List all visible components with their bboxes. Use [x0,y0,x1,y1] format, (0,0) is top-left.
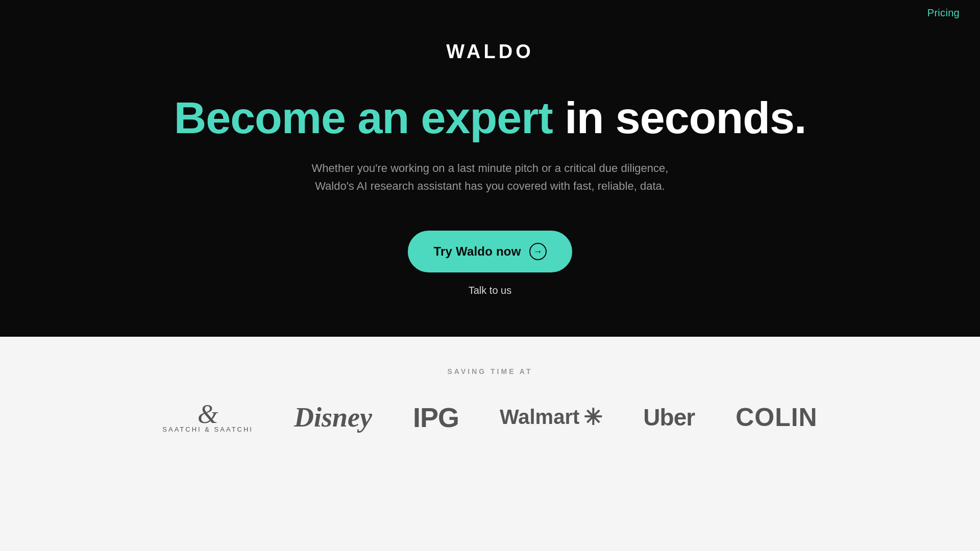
try-waldo-label: Try Waldo now [433,244,521,259]
saatchi-text: SAATCHI & SAATCHI [162,425,253,433]
logo-walmart: Walmart ✳ [500,404,602,430]
navbar: Pricing [0,0,980,26]
logo-saatchi: & SAATCHI & SAATCHI [162,401,253,433]
try-waldo-button[interactable]: Try Waldo now → [408,231,572,272]
logo-ipg: IPG [413,402,459,433]
arrow-circle-icon: → [529,243,547,260]
saatchi-ampersand: & [198,401,218,428]
logos-section: SAVING TIME AT & SAATCHI & SAATCHI Disne… [0,337,980,551]
uber-text: Uber [643,404,695,431]
logo-uber: Uber [643,404,695,431]
disney-text: Disney [294,402,372,433]
saving-label: SAVING TIME AT [448,367,533,375]
walmart-text: Walmart [500,406,579,429]
hero-headline: Become an expert in seconds. [174,93,806,143]
headline-white: in seconds. [565,92,806,143]
site-logo: WALDO [446,41,533,63]
ipg-text: IPG [413,402,459,433]
colin-text: COLIN [736,403,818,432]
talk-to-us-link[interactable]: Talk to us [469,285,511,296]
logo-colin: COLIN [736,403,818,432]
hero-section: WALDO Become an expert in seconds. Wheth… [0,0,980,337]
logos-row: & SAATCHI & SAATCHI Disney IPG Walmart ✳… [162,401,817,433]
logo-disney: Disney [294,402,372,433]
hero-subtext: Whether you're working on a last minute … [296,159,684,195]
headline-teal: Become an expert [174,92,553,143]
pricing-link[interactable]: Pricing [927,7,960,19]
cta-group: Try Waldo now → Talk to us [408,231,572,296]
walmart-spark-icon: ✳ [583,404,602,430]
